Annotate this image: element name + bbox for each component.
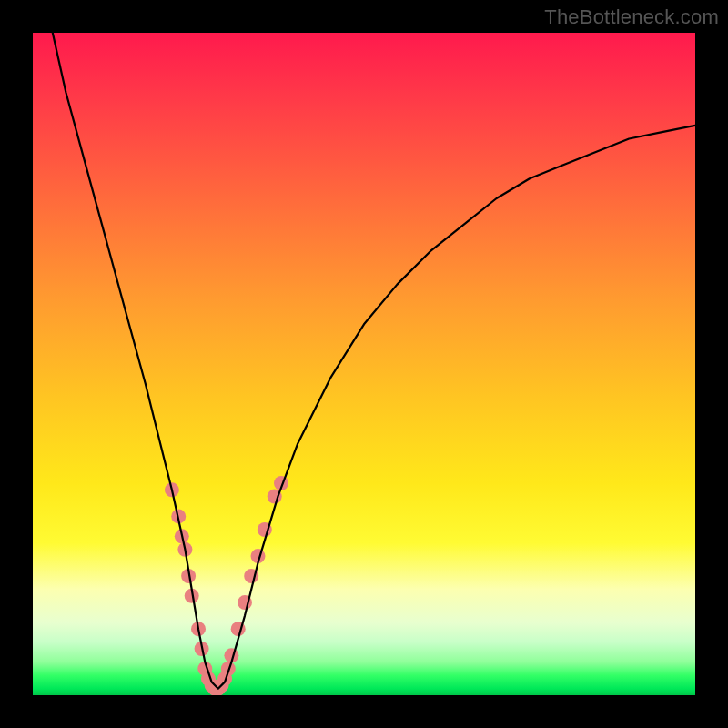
watermark-text: TheBottleneck.com (544, 5, 719, 29)
curve-svg (33, 33, 695, 695)
bottleneck-curve (53, 33, 695, 689)
plot-area (33, 33, 695, 695)
marker-group (165, 476, 288, 695)
chart-container: TheBottleneck.com (0, 0, 728, 728)
